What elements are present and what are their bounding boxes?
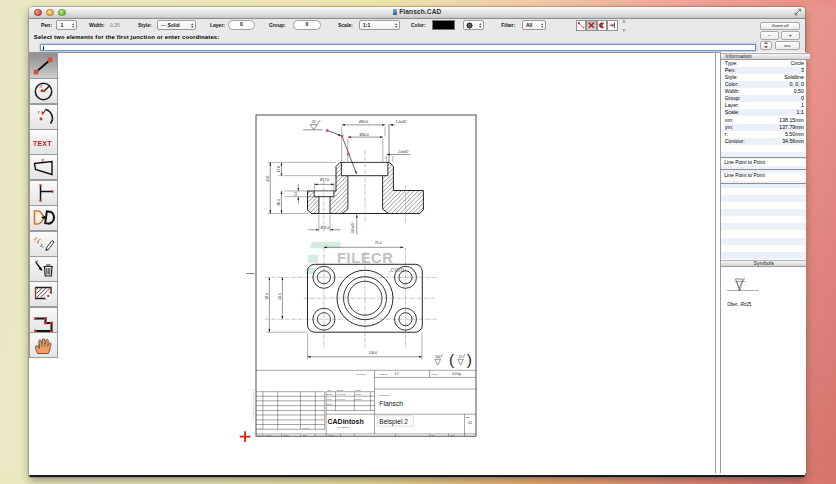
svg-text:Zust.: Zust.	[257, 434, 261, 436]
svg-text:2.0x45°: 2.0x45°	[397, 150, 409, 154]
svg-text:Blatt: Blatt	[465, 416, 469, 418]
svg-text:By F.Evers: By F.Evers	[337, 426, 349, 429]
svg-text:Gepr.: Gepr.	[326, 398, 332, 400]
svg-text:Name: Name	[302, 434, 307, 436]
svg-text:15.2.1996: 15.2.1996	[336, 393, 346, 395]
svg-text:TEXT: TEXT	[33, 140, 52, 147]
svg-text:45.0: 45.0	[266, 175, 270, 182]
svg-text:34.6: 34.6	[277, 293, 281, 300]
svg-text:Flansch: Flansch	[379, 400, 403, 407]
svg-text:Änderung: Änderung	[264, 434, 272, 436]
svg-text:Oberfläche: Oberfläche	[356, 373, 367, 375]
svg-text:Ø30.0: Ø30.0	[359, 133, 368, 137]
svg-text:J.Ruoff: J.Ruoff	[355, 398, 362, 400]
svg-text:r: r	[38, 109, 40, 114]
svg-text:15.07.95: 15.07.95	[302, 427, 309, 429]
svg-text:Ø11.0: Ø11.0	[320, 226, 329, 230]
svg-text:Datum: Datum	[337, 389, 343, 391]
svg-text:r: r	[41, 84, 43, 89]
svg-text:75.0: 75.0	[374, 241, 381, 245]
svg-text:0,0 kg: 0,0 kg	[452, 372, 461, 376]
svg-text:Benennung: Benennung	[379, 394, 390, 396]
svg-text:1.0x45°: 1.0x45°	[395, 120, 407, 124]
svg-text:01: 01	[468, 421, 472, 425]
svg-text:Ers.d.: Ers.d.	[450, 434, 455, 436]
svg-text:Schutzvermerk nach DIN 34 beac: Schutzvermerk nach DIN 34 beachten	[251, 389, 253, 419]
svg-text:17.0: 17.0	[277, 166, 281, 173]
svg-text:10.07.95: 10.07.95	[336, 398, 345, 400]
svg-text:25: 25	[311, 120, 315, 124]
svg-text:Beispiel 2: Beispiel 2	[379, 418, 408, 426]
svg-text:100.0: 100.0	[368, 351, 377, 355]
svg-text:20.6: 20.6	[277, 199, 281, 206]
svg-text:Ø40.0: Ø40.0	[358, 120, 367, 124]
svg-text:5.6: 5.6	[294, 192, 298, 197]
svg-text:3.0x45°: 3.0x45°	[350, 221, 354, 233]
svg-text:Bearb.: Bearb.	[326, 393, 333, 395]
svg-text:Datum: Datum	[283, 434, 289, 436]
svg-text:1:1: 1:1	[394, 372, 399, 376]
svg-text:25: 25	[458, 355, 462, 359]
svg-text:Urspring: Urspring	[327, 434, 334, 436]
svg-text:): )	[466, 351, 471, 368]
svg-text:Maßstab: Maßstab	[379, 373, 388, 375]
svg-text:(: (	[449, 351, 455, 368]
svg-text:J.Ruoff: J.Ruoff	[355, 393, 362, 395]
svg-text:Name: Name	[355, 389, 361, 391]
svg-text:Norm: Norm	[326, 403, 331, 405]
svg-text:4.: 4.	[40, 243, 44, 249]
svg-text:Ers.f.: Ers.f.	[431, 434, 436, 436]
svg-text:CADintosh: CADintosh	[327, 418, 363, 425]
svg-text:Ø17.0: Ø17.0	[319, 178, 328, 182]
svg-text:50.6: 50.6	[264, 293, 268, 300]
svg-text:Gewicht: Gewicht	[431, 373, 439, 375]
svg-text:100: 100	[435, 355, 440, 359]
